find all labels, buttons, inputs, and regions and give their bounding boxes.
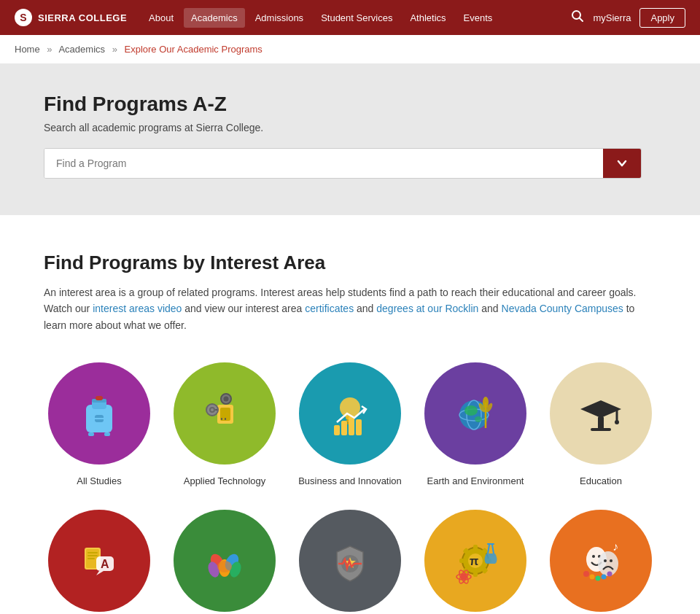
interest-item-language[interactable]: A Language and Literature — [44, 510, 155, 614]
svg-rect-41 — [591, 428, 611, 431]
breadcrumb-home[interactable]: Home — [15, 44, 40, 55]
interest-label-applied-tech: Applied Technology — [184, 475, 266, 488]
search-icon — [571, 9, 584, 23]
earth-icon — [446, 384, 505, 443]
breadcrumb: Home » Academics » Explore Our Academic … — [0, 35, 700, 63]
logo-area[interactable]: S SIERRA COLLEGE — [15, 9, 127, 26]
stem-icon: π — [446, 532, 505, 590]
svg-point-79 — [604, 559, 607, 562]
interest-circle-arts: ♪ — [550, 510, 652, 612]
svg-line-69 — [488, 545, 489, 553]
interest-label-earth: Earth and Environment — [427, 475, 524, 488]
svg-line-1 — [580, 18, 583, 22]
svg-rect-27 — [356, 419, 362, 435]
degrees-rocklin-link[interactable]: degrees at our Rocklin — [376, 303, 478, 314]
nav-events[interactable]: Events — [456, 8, 500, 28]
interest-item-all-studies[interactable]: All Studies — [44, 362, 155, 488]
nevada-county-link[interactable]: Nevada County Campuses — [502, 303, 623, 314]
hero-description: Search all academic programs at Sierra C… — [44, 122, 656, 133]
svg-rect-61 — [459, 559, 464, 563]
svg-rect-9 — [96, 396, 103, 400]
hero-title: Find Programs A-Z — [44, 93, 656, 116]
nav-student-services[interactable]: Student Services — [314, 8, 400, 28]
svg-point-14 — [211, 408, 214, 411]
header-right: mySierra Apply — [571, 8, 685, 28]
main-nav: About Academics Admissions Student Servi… — [141, 8, 571, 28]
search-icon-button[interactable] — [571, 9, 584, 26]
breadcrumb-academics[interactable]: Academics — [58, 44, 105, 55]
program-search-button[interactable] — [603, 149, 641, 178]
svg-point-83 — [590, 575, 595, 580]
svg-point-84 — [596, 576, 601, 581]
interest-circle-stem: π — [424, 510, 526, 612]
interest-item-arts[interactable]: ♪ Visual and Performing Arts — [545, 510, 656, 614]
svg-point-80 — [610, 559, 612, 562]
svg-rect-18 — [221, 418, 222, 420]
graduation-cap-icon — [572, 384, 630, 443]
svg-text:♪: ♪ — [612, 540, 618, 553]
breadcrumb-sep1: » — [47, 44, 52, 55]
svg-marker-37 — [580, 400, 621, 418]
breadcrumb-sep2: » — [112, 44, 117, 55]
chevron-down-icon — [616, 158, 628, 169]
svg-rect-19 — [225, 418, 226, 420]
svg-line-70 — [492, 545, 494, 553]
svg-rect-68 — [487, 543, 494, 545]
programs-title: Find Programs by Interest Area — [44, 252, 656, 274]
interest-grid: All Studies Ap — [44, 362, 656, 614]
certificates-link[interactable]: certificates — [305, 303, 354, 314]
svg-rect-17 — [215, 409, 217, 411]
college-name: SIERRA COLLEGE — [38, 12, 127, 23]
svg-rect-24 — [334, 425, 340, 435]
svg-rect-25 — [341, 421, 347, 435]
apply-button[interactable]: Apply — [639, 8, 685, 28]
programs-description: An interest area is a group of related p… — [44, 284, 656, 333]
svg-rect-45 — [88, 555, 98, 556]
interest-item-applied-tech[interactable]: Applied Technology — [169, 362, 280, 488]
gears-icon — [195, 384, 254, 443]
interest-circle-language: A — [48, 510, 150, 612]
mysierra-link[interactable]: mySierra — [593, 12, 631, 23]
backpack-icon — [70, 384, 128, 443]
nav-about[interactable]: About — [141, 8, 181, 28]
interest-label-business: Business and Innovation — [298, 475, 402, 488]
arts-icon: ♪ — [572, 532, 630, 590]
interest-item-public-safety[interactable]: Public Safety, Health and Wellness — [295, 510, 405, 614]
nav-athletics[interactable]: Athletics — [402, 8, 453, 28]
svg-rect-59 — [473, 545, 478, 550]
svg-point-40 — [615, 420, 619, 424]
interest-item-earth[interactable]: Earth and Environment — [420, 362, 531, 488]
interest-item-stem[interactable]: π Science, Technology, Engineering and M… — [420, 510, 531, 614]
svg-point-82 — [583, 571, 589, 577]
interest-circle-earth — [424, 362, 526, 465]
interest-label-education: Education — [580, 475, 622, 488]
svg-point-86 — [607, 572, 612, 577]
program-search-box — [44, 148, 642, 179]
svg-rect-44 — [88, 552, 98, 553]
interest-areas-video-link[interactable]: interest areas video — [93, 303, 182, 314]
interest-item-business[interactable]: Business and Innovation — [295, 362, 405, 488]
site-header: S SIERRA COLLEGE About Academics Admissi… — [0, 0, 700, 35]
svg-marker-49 — [96, 571, 104, 575]
business-icon — [321, 384, 379, 443]
interest-circle-education — [550, 362, 652, 465]
svg-rect-38 — [598, 416, 604, 430]
interest-item-people[interactable]: People, Culture and Society — [169, 510, 280, 614]
nav-academics[interactable]: Academics — [184, 8, 245, 28]
interest-item-education[interactable]: Education — [545, 362, 656, 488]
svg-point-32 — [475, 416, 482, 422]
svg-text:π: π — [470, 555, 478, 567]
interest-circle-public-safety — [299, 510, 401, 612]
hands-icon — [195, 532, 254, 590]
nav-admissions[interactable]: Admissions — [248, 8, 311, 28]
interest-circle-business — [299, 362, 401, 465]
svg-rect-60 — [473, 572, 478, 577]
svg-text:A: A — [101, 558, 109, 570]
svg-point-16 — [224, 397, 229, 402]
program-search-input[interactable] — [44, 149, 603, 178]
hero-section: Find Programs A-Z Search all academic pr… — [0, 63, 700, 215]
programs-section: Find Programs by Interest Area An intere… — [0, 215, 700, 614]
svg-point-55 — [217, 561, 232, 572]
svg-rect-7 — [88, 432, 94, 436]
interest-circle-people — [174, 510, 276, 612]
